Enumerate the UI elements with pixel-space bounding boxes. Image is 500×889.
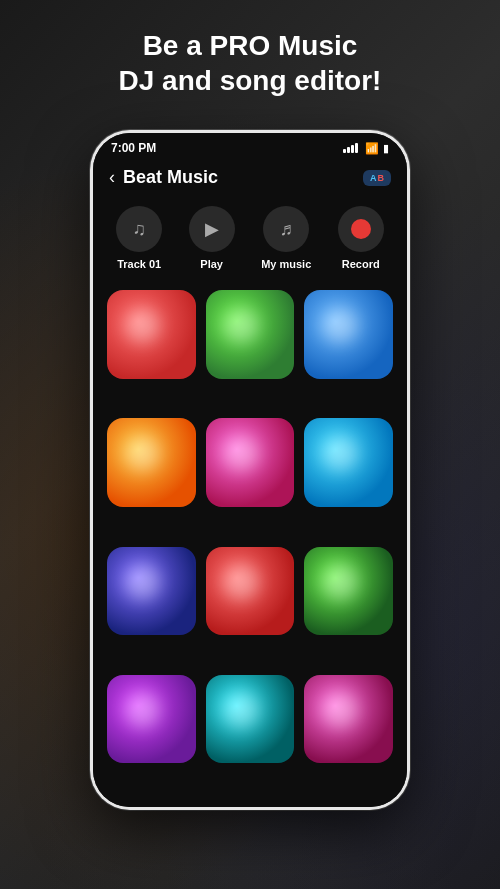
mymusic-icon: ♬	[263, 206, 309, 252]
app-header: ‹ Beat Music A B	[93, 159, 407, 198]
lang-a: A	[370, 173, 377, 183]
track01-label: Track 01	[117, 258, 161, 270]
play-label: Play	[200, 258, 223, 270]
toolbar-item-play[interactable]: ▶ Play	[189, 206, 235, 270]
toolbar-item-mymusic[interactable]: ♬ My music	[261, 206, 311, 270]
pad-10[interactable]	[107, 675, 196, 764]
mymusic-label: My music	[261, 258, 311, 270]
wifi-icon: 📶	[365, 142, 379, 155]
phone-outer-shell: 7:00 PM 📶 ▮ ‹ Beat Music	[90, 130, 410, 810]
signal-icon	[343, 143, 358, 153]
record-icon	[338, 206, 384, 252]
pad-7[interactable]	[107, 547, 196, 636]
hero-line2: DJ and song editor!	[119, 65, 382, 96]
pad-8[interactable]	[206, 547, 295, 636]
status-bar: 7:00 PM 📶 ▮	[93, 133, 407, 159]
track01-icon: ♫	[116, 206, 162, 252]
record-dot	[351, 219, 371, 239]
hero-line1: Be a PRO Music	[143, 30, 358, 61]
record-label: Record	[342, 258, 380, 270]
header-left: ‹ Beat Music	[109, 167, 218, 188]
pad-2[interactable]	[206, 290, 295, 379]
play-icon: ▶	[189, 206, 235, 252]
toolbar-item-track01[interactable]: ♫ Track 01	[116, 206, 162, 270]
app-title: Beat Music	[123, 167, 218, 188]
language-badge[interactable]: A B	[363, 170, 391, 186]
pads-grid	[93, 282, 407, 807]
pad-6[interactable]	[304, 418, 393, 507]
hero-text: Be a PRO Music DJ and song editor!	[0, 28, 500, 98]
phone-screen: 7:00 PM 📶 ▮ ‹ Beat Music	[93, 133, 407, 807]
pad-9[interactable]	[304, 547, 393, 636]
status-time: 7:00 PM	[111, 141, 156, 155]
status-icons: 📶 ▮	[343, 142, 389, 155]
battery-icon: ▮	[383, 142, 389, 155]
pad-11[interactable]	[206, 675, 295, 764]
pad-12[interactable]	[304, 675, 393, 764]
lang-b: B	[378, 173, 385, 183]
pad-3[interactable]	[304, 290, 393, 379]
back-button[interactable]: ‹	[109, 167, 115, 188]
toolbar-item-record[interactable]: Record	[338, 206, 384, 270]
pad-4[interactable]	[107, 418, 196, 507]
toolbar: ♫ Track 01 ▶ Play ♬ My music	[93, 198, 407, 282]
pad-1[interactable]	[107, 290, 196, 379]
phone-mockup: 7:00 PM 📶 ▮ ‹ Beat Music	[90, 130, 410, 810]
pad-5[interactable]	[206, 418, 295, 507]
